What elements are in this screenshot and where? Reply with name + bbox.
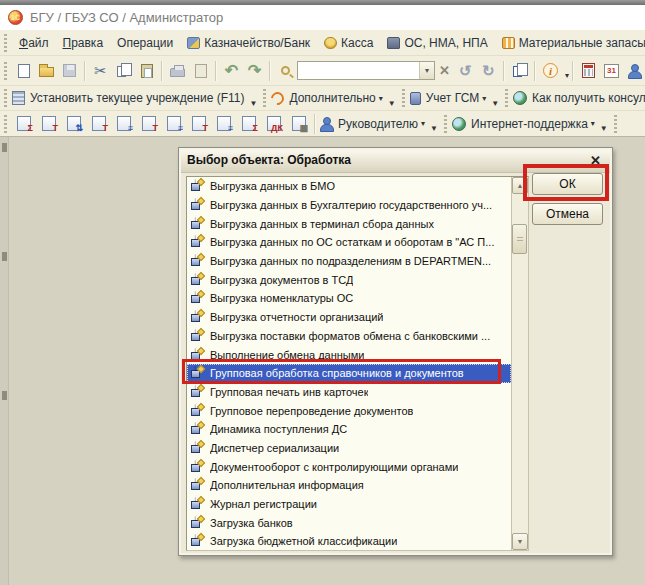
report-dk-button[interactable]: ДК — [262, 112, 286, 136]
toolbar-overflow-arrow[interactable]: ▼ — [491, 99, 499, 108]
report-menu-button[interactable]: Интернет-поддержка — [471, 117, 588, 131]
find-next-button[interactable]: ↻ — [477, 60, 500, 82]
menu-item[interactable]: Казначейство/Банк — [180, 33, 317, 53]
calendar-button[interactable]: 31 — [600, 60, 623, 82]
quick-group-button[interactable]: Дополнительно — [289, 91, 375, 105]
info-dropdown-arrow[interactable]: ▾ — [565, 71, 569, 80]
list-item[interactable]: ↓ Выгрузка данных в БМО — [187, 177, 511, 196]
calculator-button[interactable] — [577, 60, 600, 82]
report-person-list-button[interactable]: ≡ — [112, 112, 136, 136]
list-item[interactable]: ↓ Дополнительная информация — [187, 476, 511, 495]
toolbar-grip[interactable] — [402, 89, 405, 107]
quick-group-button[interactable]: Учет ГСМ — [426, 91, 479, 105]
list-item[interactable]: ↓ Выгрузка поставки форматов обмена с ба… — [187, 327, 511, 346]
cut-button[interactable]: ✂ — [89, 60, 112, 82]
quick-group: Учет ГСМ ▾ ▼ — [398, 89, 501, 108]
dialog-titlebar[interactable]: Выбор объекта: Обработка ✕ — [179, 148, 612, 173]
list-item[interactable]: ↓ Выполнение обмена данными — [187, 345, 511, 364]
list-item[interactable]: ↓ Динамика поступления ДС — [187, 420, 511, 439]
list-item[interactable]: ↓ Выгрузка данных по подразделениям в DE… — [187, 252, 511, 271]
list-item-label: Групповая обработка справочников и докум… — [210, 367, 464, 379]
list-item[interactable]: ↓ Документооборот с контролирующими орга… — [187, 457, 511, 476]
info-button[interactable]: i — [539, 60, 562, 82]
menu-item[interactable]: ОС, НМА, НПА — [380, 33, 494, 53]
search-combobox[interactable]: ▾ — [297, 61, 435, 80]
report-dk-sum-button[interactable]: Σ — [237, 112, 261, 136]
menu-item[interactable]: Касса — [317, 33, 380, 53]
toolbar-overflow-arrow[interactable]: ▼ — [249, 99, 257, 108]
list-item[interactable]: ↓ Выгрузка данных по ОС остаткам и оборо… — [187, 233, 511, 252]
report-doc-totals-button[interactable]: Т — [137, 112, 161, 136]
report-table-totals-button[interactable]: Т — [37, 112, 61, 136]
list-scrollbar[interactable]: ▲ ▼ — [511, 177, 528, 550]
toolbar-overflow-arrow[interactable]: ▼ — [600, 124, 608, 133]
print-button[interactable] — [166, 60, 189, 82]
chevron-down-icon[interactable]: ▾ — [591, 119, 595, 128]
toolbar-overflow-arrow[interactable]: ▼ — [388, 99, 396, 108]
menu-item[interactable]: Правка — [56, 33, 111, 53]
list-item[interactable]: ↓ Выгрузка номенклатуры ОС — [187, 289, 511, 308]
find-previous-button[interactable]: ↺ — [454, 60, 477, 82]
chevron-down-icon[interactable]: ▾ — [379, 94, 383, 103]
copy-button[interactable] — [112, 60, 135, 82]
redo-button[interactable]: ↷ — [243, 60, 266, 82]
chevron-down-icon[interactable]: ▾ — [482, 94, 486, 103]
list-item[interactable]: ↓ Выгрузка отчетности организаций — [187, 308, 511, 327]
quick-group-button[interactable]: Как получить консультац — [532, 91, 645, 105]
paste-button[interactable] — [135, 60, 158, 82]
toolbar-grip[interactable] — [4, 89, 7, 107]
quick-group-button[interactable]: Установить текущее учреждение (F11) — [30, 91, 244, 105]
duplicate-button[interactable] — [508, 60, 531, 82]
toolbar-overflow-arrow[interactable]: ▼ — [430, 124, 438, 133]
list-item[interactable]: ↓ Загрузка бюджетной классификации — [187, 532, 511, 550]
toolbar-grip[interactable] — [505, 89, 508, 107]
left-panel-splitter[interactable] — [0, 137, 9, 585]
report-menu-button[interactable]: Руководителю — [338, 117, 418, 131]
list-item[interactable]: ↓ Журнал регистрации — [187, 495, 511, 514]
list-item-label: Выгрузка поставки форматов обмена с банк… — [210, 330, 490, 342]
toolbar-grip[interactable] — [4, 62, 7, 80]
copy-icon — [117, 66, 126, 77]
toolbar-grip[interactable] — [444, 115, 447, 133]
report-exchange-totals-button[interactable]: Т — [187, 112, 211, 136]
menu-item[interactable]: Файл — [12, 33, 56, 53]
scroll-down-icon[interactable]: ▼ — [512, 533, 528, 550]
scrollbar-track[interactable] — [512, 194, 528, 533]
report-doc-list-button[interactable]: ≡ — [162, 112, 186, 136]
toolbar-grip[interactable] — [4, 115, 7, 133]
cancel-button[interactable]: Отмена — [532, 203, 603, 225]
undo-button[interactable]: ↶ — [220, 60, 243, 82]
menu-item[interactable]: Операции — [110, 33, 180, 53]
list-item[interactable]: ↓ Выгрузка данных в терминал сбора данны… — [187, 214, 511, 233]
print-preview-button[interactable] — [189, 60, 212, 82]
phone-icon — [269, 89, 287, 107]
search-button[interactable] — [274, 60, 297, 82]
chevron-down-icon[interactable]: ▾ — [421, 119, 425, 128]
combo-dropdown-button[interactable]: ▾ — [419, 62, 434, 79]
toolbar-grip[interactable] — [614, 115, 617, 133]
open-file-button[interactable] — [35, 60, 58, 82]
list-item[interactable]: ↓ Диспетчер сериализации — [187, 439, 511, 458]
clear-search-button[interactable]: ✕ — [435, 63, 454, 78]
list-item[interactable]: ↓ Групповая обработка справочников и док… — [187, 364, 511, 383]
list-item[interactable]: ↓ Выгрузка документов в ТСД — [187, 270, 511, 289]
report-sum-table-button[interactable]: Σ — [12, 112, 36, 136]
toolbar-grip[interactable] — [263, 89, 266, 107]
report-doc-exchange-button[interactable]: ⇅ — [62, 112, 86, 136]
user-settings-button[interactable] — [623, 60, 645, 82]
menu-item[interactable]: Материальные запасы — [495, 33, 645, 53]
list-item[interactable]: ↓ Выгрузка данных в Бухгалтерию государс… — [187, 196, 511, 215]
report-exchange-list-button[interactable]: ≡ — [212, 112, 236, 136]
list-item[interactable]: ↓ Групповое перепроведение документов — [187, 401, 511, 420]
toolbar-grip[interactable] — [4, 34, 7, 52]
scrollbar-thumb[interactable] — [512, 224, 527, 254]
ok-button[interactable]: ОК — [532, 173, 603, 195]
report-checkered-button[interactable]: ▦ — [287, 112, 311, 136]
list-item[interactable]: ↓ Групповая печать инв карточек — [187, 383, 511, 402]
scroll-up-icon[interactable]: ▲ — [512, 177, 528, 194]
save-button[interactable] — [58, 60, 81, 82]
new-file-button[interactable] — [12, 60, 35, 82]
list-item[interactable]: ↓ Загрузка банков — [187, 513, 511, 532]
close-icon[interactable]: ✕ — [587, 153, 604, 168]
report-person-totals-button[interactable]: Т — [87, 112, 111, 136]
